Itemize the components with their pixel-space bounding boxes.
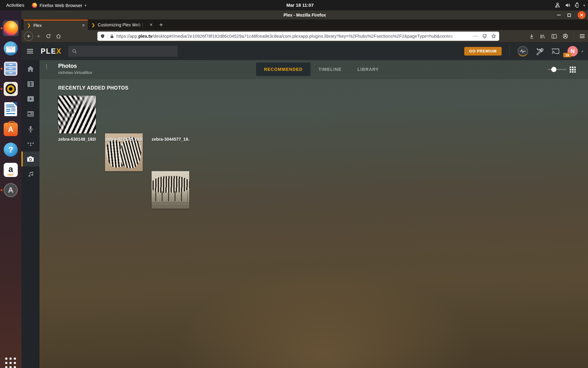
dock-firefox-icon[interactable] — [3, 20, 19, 36]
home-button[interactable] — [56, 34, 61, 39]
minimize-button[interactable] — [557, 15, 561, 15]
tab-customizing-plex-web[interactable]: ❯ Customizing Plex Web | P × — [88, 20, 156, 30]
dock-thunderbird-icon[interactable] — [3, 40, 19, 56]
tab-recommended[interactable]: RECOMMENDED — [256, 63, 311, 76]
sidebar-item-photos[interactable] — [21, 151, 40, 167]
library-icon[interactable] — [540, 34, 546, 39]
page-subtitle: nicholas-VirtualBox — [58, 70, 92, 75]
app-menu[interactable]: Firefox Web Browser ▾ — [32, 0, 86, 10]
tab-plex[interactable]: ❯ Plex × — [24, 20, 88, 30]
account-icon[interactable] — [563, 33, 568, 39]
dock-amazon-icon[interactable]: a — [3, 162, 19, 178]
section-title: RECENTLY ADDED PHOTOS — [58, 85, 129, 91]
tab-label: Plex — [33, 23, 78, 28]
close-button[interactable] — [578, 11, 586, 19]
volume-icon — [565, 3, 571, 8]
plex-menu-hamburger-icon[interactable] — [27, 49, 33, 54]
plus-icon: + — [159, 21, 163, 29]
notification-badge: 19 — [563, 53, 571, 57]
rhythmbox-icon — [4, 82, 18, 96]
cast-icon[interactable] — [552, 48, 560, 55]
play-video-icon — [27, 96, 34, 102]
tab-close-icon[interactable]: × — [82, 23, 85, 28]
url-text[interactable]: https://app.plex.tv/desktop#!/media/2e10… — [116, 34, 473, 39]
sidebar-toggle-icon[interactable] — [551, 34, 557, 39]
show-applications-button[interactable] — [5, 358, 16, 368]
downloads-icon[interactable] — [529, 34, 534, 39]
sidebar-item-podcasts[interactable] — [21, 121, 40, 136]
navigation-toolbar: https://app.plex.tv/desktop#!/media/2e10… — [21, 30, 588, 42]
url-scheme: https://app. — [116, 34, 138, 39]
url-bar[interactable]: https://app.plex.tv/desktop#!/media/2e10… — [97, 32, 499, 41]
clock[interactable]: Mar 18 11:07 — [286, 0, 314, 10]
dock-help-icon[interactable]: ? — [3, 142, 19, 158]
activities-button[interactable]: Activities — [4, 0, 26, 10]
url-path: /desktop#!/media/2e10926f78f182d86c04529… — [153, 34, 453, 39]
new-tab-button[interactable]: + — [156, 20, 166, 30]
grid-view-icon[interactable] — [570, 67, 576, 73]
bookmark-star-icon[interactable] — [491, 34, 496, 39]
page-header-bar: ⋮ Photos nicholas-VirtualBox RECOMMENDED… — [40, 60, 588, 79]
account-menu[interactable]: N 19 — [567, 46, 578, 56]
photo-label[interactable]: zebra-630149_1920 — [58, 137, 96, 142]
plex-favicon: ❯ — [27, 23, 31, 28]
slider-knob[interactable] — [551, 67, 556, 72]
app-a-icon: A — [4, 183, 18, 197]
sidebar-item-home[interactable] — [21, 61, 40, 76]
settings-tools-icon[interactable] — [536, 47, 544, 55]
page-actions-icon[interactable]: ⋯ — [473, 35, 478, 38]
window-title: Plex - Mozilla Firefox — [21, 10, 588, 20]
amazon-icon: a — [4, 163, 18, 177]
search-icon — [72, 49, 77, 54]
back-button[interactable] — [24, 32, 33, 41]
photo-label[interactable]: zebra-927272_1920 — [105, 137, 143, 142]
dock-ubuntu-software-icon[interactable]: A — [3, 121, 19, 137]
shield-badge-icon[interactable] — [482, 34, 487, 39]
sidebar-item-tidal[interactable] — [21, 136, 40, 151]
chevron-down-icon: ▾ — [582, 50, 583, 53]
sidebar-item-video[interactable] — [21, 91, 40, 106]
plex-body: ⋮ Photos nicholas-VirtualBox RECOMMENDED… — [21, 60, 588, 368]
firefox-icon — [32, 3, 37, 8]
dock-files-icon[interactable] — [3, 61, 19, 77]
plex-logo[interactable]: PLEX — [41, 47, 62, 56]
sidebar-item-movies[interactable] — [21, 76, 40, 91]
photo-label[interactable]: zebra-3044577_19… — [152, 137, 189, 142]
reload-button[interactable] — [46, 34, 51, 39]
page-title: Photos — [58, 63, 77, 69]
tab-close-icon[interactable]: × — [150, 22, 153, 28]
dock-libreoffice-writer-icon[interactable] — [3, 101, 19, 117]
files-icon — [4, 62, 17, 76]
news-icon — [27, 111, 34, 117]
restore-button[interactable] — [567, 13, 571, 17]
app-menu-label: Firefox Web Browser — [40, 3, 82, 8]
search-input[interactable] — [68, 46, 178, 57]
dock-app-a-icon[interactable]: A — [3, 182, 19, 198]
lock-icon — [110, 34, 114, 39]
more-options-icon[interactable]: ⋮ — [44, 65, 47, 68]
help-icon: ? — [4, 143, 18, 157]
sidebar-item-news[interactable] — [21, 106, 40, 121]
thunderbird-icon — [4, 41, 18, 56]
menu-hamburger-icon[interactable] — [579, 34, 585, 38]
tracking-protection-shield-icon[interactable] — [100, 34, 105, 39]
tidal-icon — [27, 142, 34, 147]
photo-card-zebra-1[interactable] — [58, 96, 96, 133]
network-offline-icon — [555, 3, 561, 8]
system-tray[interactable]: ▾ — [555, 0, 585, 10]
ubuntu-dock: A ? a A — [0, 10, 21, 368]
forward-button[interactable] — [36, 34, 41, 39]
dock-rhythmbox-icon[interactable] — [3, 81, 19, 97]
photos-page: ⋮ Photos nicholas-VirtualBox RECOMMENDED… — [40, 60, 588, 368]
go-premium-button[interactable]: GO PREMIUM — [464, 47, 502, 56]
activity-button[interactable] — [518, 46, 528, 56]
sidebar-item-music[interactable] — [21, 167, 40, 182]
running-indicator — [1, 27, 2, 29]
running-indicator — [1, 88, 2, 90]
window-titlebar[interactable]: Plex - Mozilla Firefox — [21, 10, 588, 20]
plex-logo-main: PLE — [41, 47, 56, 55]
tab-library[interactable]: LIBRARY — [349, 63, 387, 76]
photo-card-zebra-3[interactable] — [152, 171, 189, 209]
tab-timeline[interactable]: TIMELINE — [311, 63, 349, 76]
thumbnail-size-slider[interactable] — [548, 69, 567, 70]
